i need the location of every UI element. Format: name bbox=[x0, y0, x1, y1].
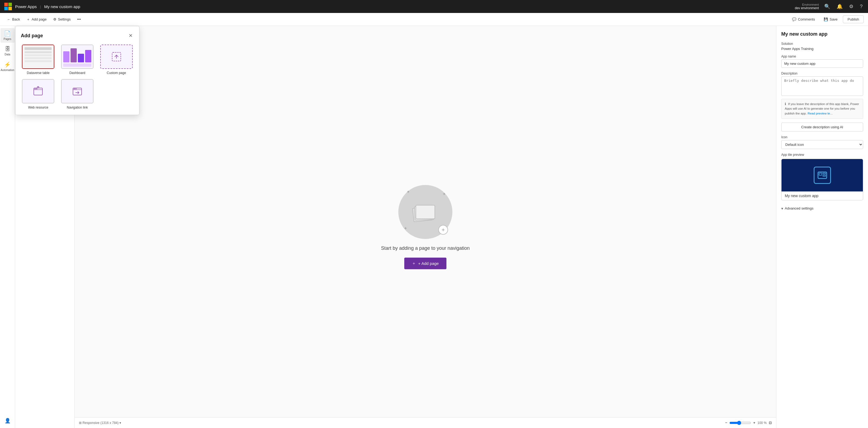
back-arrow-icon: ← bbox=[7, 17, 10, 21]
comments-button[interactable]: 💬 Comments bbox=[789, 16, 818, 23]
toolbar: ← ← Back Back ＋ + Add page Add page ⚙ Se… bbox=[0, 13, 868, 26]
svg-rect-0 bbox=[4, 3, 8, 6]
sidebar-item-pages[interactable]: 📄 Pages bbox=[1, 28, 14, 43]
page-type-custom-page[interactable]: Custom page bbox=[99, 44, 134, 75]
svg-rect-1 bbox=[8, 3, 12, 6]
solution-value: Power Apps Training bbox=[781, 47, 863, 51]
publish-label: Publish bbox=[847, 17, 859, 21]
app-tile-banner bbox=[781, 159, 863, 192]
web-resource-label: Web resource bbox=[28, 106, 48, 109]
chevron-down-icon: ▾ bbox=[119, 421, 121, 425]
help-button[interactable]: ? bbox=[859, 3, 864, 10]
read-preview-link[interactable]: Read preview te... bbox=[807, 112, 833, 115]
canvas-placeholder: ✦ ✦ ✦ ✦ ＋ Start by adding a page to your… bbox=[381, 185, 470, 269]
icon-label: Icon bbox=[781, 135, 863, 139]
fit-screen-button[interactable]: ⊡ bbox=[769, 421, 772, 425]
topbar-separator: | bbox=[40, 5, 41, 9]
page-type-navigation-link[interactable]: Navigation link bbox=[60, 79, 95, 109]
dashboard-label: Dashboard bbox=[69, 71, 85, 75]
zoom-out-button[interactable]: − bbox=[725, 421, 727, 425]
app-logo bbox=[4, 3, 12, 10]
sidebar-item-data[interactable]: 🗄 Data bbox=[1, 44, 14, 58]
modal-title: Add page bbox=[21, 33, 43, 39]
right-properties-panel: My new custom app Solution Power Apps Tr… bbox=[776, 26, 868, 428]
sidebar-icon-panel: 📄 Pages 🗄 Data ⚡ Automation 👤 bbox=[0, 26, 15, 428]
advanced-settings-label: Advanced settings bbox=[785, 206, 813, 210]
zoom-slider[interactable] bbox=[730, 421, 751, 425]
custom-page-label: Custom page bbox=[107, 71, 126, 75]
environment-info: Environment dev environment bbox=[795, 3, 819, 10]
pages-label: Pages bbox=[3, 37, 11, 40]
automation-icon: ⚡ bbox=[4, 61, 11, 68]
svg-rect-7 bbox=[823, 175, 826, 176]
responsive-label: Responsive (1316 x 784) bbox=[83, 421, 118, 425]
publish-button[interactable]: Publish bbox=[843, 15, 864, 23]
app-tile-name: My new custom app bbox=[781, 192, 863, 200]
advanced-settings-toggle[interactable]: ▾ Advanced settings bbox=[781, 204, 863, 213]
canvas-add-page-button[interactable]: ＋ + Add page bbox=[404, 258, 446, 269]
add-icon: ＋ bbox=[27, 17, 30, 22]
settings-button[interactable]: ⚙ bbox=[848, 2, 855, 10]
modal-header: Add page ✕ bbox=[21, 32, 134, 40]
page-type-dashboard[interactable]: Dashboard bbox=[60, 44, 95, 75]
dataverse-table-icon bbox=[22, 44, 54, 69]
page-type-web-resource[interactable]: Web resource bbox=[21, 79, 56, 109]
gear-icon: ⚙ bbox=[53, 17, 57, 21]
info-icon: ℹ bbox=[785, 102, 786, 106]
dataverse-table-label: Dataverse table bbox=[27, 71, 50, 75]
toolbar-right-area: 💬 Comments 💾 Save Publish bbox=[789, 15, 864, 23]
settings-label: Settings bbox=[58, 17, 71, 21]
app-name-input[interactable] bbox=[781, 59, 863, 68]
center-canvas: ✦ ✦ ✦ ✦ ＋ Start by adding a page to your… bbox=[74, 26, 776, 428]
user-button[interactable]: 👤 bbox=[3, 417, 11, 425]
sparkle-icon-2: ✦ bbox=[442, 192, 446, 197]
app-tile-preview-label: App tile preview bbox=[781, 153, 863, 157]
pages-icon: 📄 bbox=[4, 30, 11, 37]
zoom-control: − + 100 % ⊡ bbox=[725, 421, 772, 425]
navigation-link-icon bbox=[61, 79, 93, 103]
description-textarea[interactable] bbox=[781, 76, 863, 96]
save-button[interactable]: 💾 Save bbox=[820, 16, 841, 23]
topbar: Power Apps | My new custom app Environme… bbox=[0, 0, 868, 13]
canvas-bottom-bar: ⊞ Responsive (1316 x 784) ▾ − + 100 % ⊡ bbox=[74, 417, 776, 428]
sparkle-icon-1: ✦ bbox=[406, 189, 410, 194]
add-page-button[interactable]: ＋ + Add page Add page bbox=[24, 15, 50, 24]
svg-point-10 bbox=[35, 88, 36, 89]
sparkle-icon-3: ✦ bbox=[404, 226, 407, 231]
data-label: Data bbox=[5, 53, 10, 56]
dashboard-icon bbox=[61, 44, 93, 69]
right-panel-title: My new custom app bbox=[781, 31, 863, 37]
notification-button[interactable]: 🔔 bbox=[836, 2, 844, 10]
search-user-button[interactable]: 🔍 bbox=[823, 2, 831, 10]
comment-icon: 💬 bbox=[792, 17, 796, 21]
page-types-grid: Dataverse table Dashboard bbox=[21, 44, 134, 109]
back-button[interactable]: ← ← Back Back bbox=[4, 16, 23, 23]
app-tile-icon bbox=[814, 167, 831, 184]
svg-rect-5 bbox=[819, 173, 822, 175]
page-type-dataverse-table[interactable]: Dataverse table bbox=[21, 44, 56, 75]
add-page-plus-icon: ＋ bbox=[412, 261, 416, 266]
custom-page-icon bbox=[100, 44, 133, 69]
modal-close-button[interactable]: ✕ bbox=[128, 32, 134, 40]
ai-info-box: ℹ If you leave the description of this a… bbox=[781, 99, 863, 119]
navigation-link-label: Navigation link bbox=[67, 106, 88, 109]
svg-rect-2 bbox=[4, 7, 8, 10]
icon-select[interactable]: Default icon bbox=[781, 140, 863, 149]
more-options-button[interactable]: ••• bbox=[74, 16, 84, 23]
placeholder-icon-circle: ✦ ✦ ✦ ✦ ＋ bbox=[398, 185, 453, 239]
create-ai-label: Create description using AI bbox=[801, 125, 843, 129]
zoom-in-button[interactable]: + bbox=[753, 421, 755, 425]
solution-label: Solution bbox=[781, 42, 863, 46]
add-circle-icon: ＋ bbox=[438, 225, 448, 235]
chevron-down-icon: ▾ bbox=[781, 206, 783, 210]
add-page-modal-overlay: Add page ✕ Dataverse table bbox=[15, 26, 140, 115]
sidebar-item-automation[interactable]: ⚡ Automation bbox=[1, 59, 14, 74]
svg-rect-6 bbox=[823, 173, 826, 174]
svg-point-13 bbox=[74, 88, 75, 89]
settings-toolbar-button[interactable]: ⚙ Settings bbox=[51, 16, 73, 23]
zoom-level: 100 % bbox=[757, 421, 767, 425]
web-resource-icon bbox=[22, 79, 54, 103]
add-page-modal: Add page ✕ Dataverse table bbox=[15, 26, 140, 115]
responsive-toggle[interactable]: ⊞ Responsive (1316 x 784) ▾ bbox=[79, 421, 121, 425]
create-ai-description-button[interactable]: Create description using AI bbox=[781, 123, 863, 132]
